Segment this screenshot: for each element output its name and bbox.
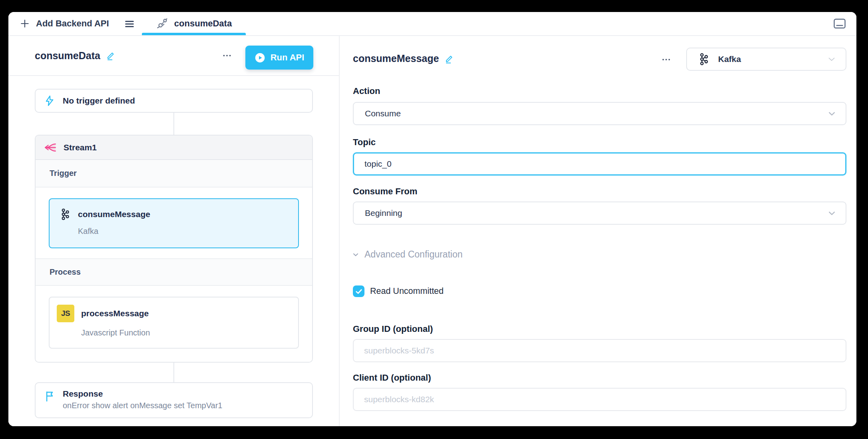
read-uncommitted-checkbox-row[interactable]: Read Uncommitted	[353, 285, 444, 297]
chevron-down-icon	[827, 109, 837, 119]
advanced-configuration-label: Advanced Configuration	[364, 249, 463, 260]
process-section-row: Process	[36, 258, 312, 286]
menu-icon[interactable]	[123, 18, 135, 30]
topic-label: Topic	[353, 137, 376, 148]
kafka-icon	[58, 208, 71, 221]
group-id-label: Group ID (optional)	[353, 324, 433, 334]
api-more-options-icon[interactable]	[221, 50, 233, 61]
stream-block: Stream1 Trigger	[35, 135, 313, 363]
integration-select[interactable]: Kafka	[686, 48, 846, 71]
lightning-icon	[44, 95, 56, 107]
advanced-configuration-toggle[interactable]: Advanced Configuration	[351, 249, 463, 260]
action-select[interactable]: Consume	[353, 102, 846, 125]
client-id-input[interactable]	[353, 388, 846, 411]
step-config-panel: consumeMessage Kafka	[340, 36, 856, 426]
response-title: Response	[63, 389, 222, 399]
trigger-step-zone: consumeMessage Kafka	[36, 188, 312, 259]
topic-input[interactable]	[353, 152, 846, 176]
api-title-text: consumeData	[35, 50, 100, 62]
integration-select-value: Kafka	[718, 54, 741, 64]
flag-icon	[44, 390, 56, 403]
client-id-label: Client ID (optional)	[353, 373, 431, 383]
step-config-title-text: consumeMessage	[353, 53, 439, 64]
step-title: processMessage	[81, 309, 149, 318]
no-trigger-label: No trigger defined	[63, 96, 135, 106]
tab-label: consumeData	[174, 18, 232, 29]
process-step-zone: JS processMessage Javascript Function	[36, 286, 312, 363]
run-api-button[interactable]: Run API	[245, 46, 313, 70]
add-backend-api-button[interactable]: Add Backend API	[20, 12, 109, 35]
group-id-input[interactable]	[353, 339, 846, 362]
response-subtitle: onError show alert onMessage set TempVar…	[63, 401, 222, 410]
api-title: consumeData	[35, 36, 116, 75]
consume-from-select[interactable]: Beginning	[353, 202, 846, 225]
edit-step-name-icon[interactable]	[444, 54, 454, 64]
play-icon	[255, 52, 265, 63]
no-trigger-node[interactable]: No trigger defined	[35, 89, 313, 113]
trigger-section-label: Trigger	[50, 169, 77, 178]
step-card-processmessage[interactable]: JS processMessage Javascript Function	[49, 297, 299, 349]
response-node[interactable]: Response onError show alert onMessage se…	[35, 382, 313, 418]
step-integration: Javascript Function	[81, 328, 298, 337]
app-window: Add Backend API consumeData	[8, 12, 856, 426]
left-panel-header: consumeData Run API	[8, 36, 339, 76]
step-card-consumemessage[interactable]: consumeMessage Kafka	[49, 198, 299, 248]
active-tab-underline	[142, 33, 246, 35]
step-title: consumeMessage	[78, 210, 150, 219]
stream-block-title: Stream1	[64, 143, 97, 152]
chevron-down-icon	[827, 208, 837, 218]
action-select-value: Consume	[365, 109, 401, 118]
kafka-icon	[697, 52, 710, 66]
stream-icon	[43, 142, 57, 154]
flow-canvas: No trigger defined	[8, 76, 338, 426]
action-label: Action	[353, 86, 380, 96]
step-config-title: consumeMessage	[353, 53, 454, 64]
flow-connector	[173, 363, 174, 382]
plus-icon	[20, 18, 30, 29]
consume-from-label: Consume From	[353, 186, 417, 197]
tab-bar: Add Backend API consumeData	[8, 12, 856, 36]
consume-from-select-value: Beginning	[365, 208, 402, 218]
trigger-section-row: Trigger	[36, 160, 312, 188]
process-section-label: Process	[50, 267, 81, 277]
javascript-icon: JS	[57, 305, 74, 322]
add-backend-api-label: Add Backend API	[36, 18, 109, 29]
read-uncommitted-label: Read Uncommitted	[370, 286, 444, 296]
api-plug-icon	[156, 17, 169, 30]
toggle-bottom-panel-icon[interactable]	[833, 18, 846, 29]
tab-consumedata[interactable]: consumeData	[142, 12, 246, 35]
run-api-label: Run API	[271, 52, 305, 63]
api-flow-panel: consumeData Run API	[8, 36, 340, 426]
checkbox-checked-icon[interactable]	[353, 285, 364, 297]
step-integration: Kafka	[78, 227, 298, 236]
edit-api-name-icon[interactable]	[106, 50, 116, 61]
flow-connector	[173, 113, 174, 135]
stream-block-header[interactable]: Stream1	[36, 136, 312, 160]
chevron-down-icon	[351, 250, 360, 259]
step-more-options-icon[interactable]	[660, 54, 672, 65]
chevron-down-icon	[826, 54, 837, 64]
